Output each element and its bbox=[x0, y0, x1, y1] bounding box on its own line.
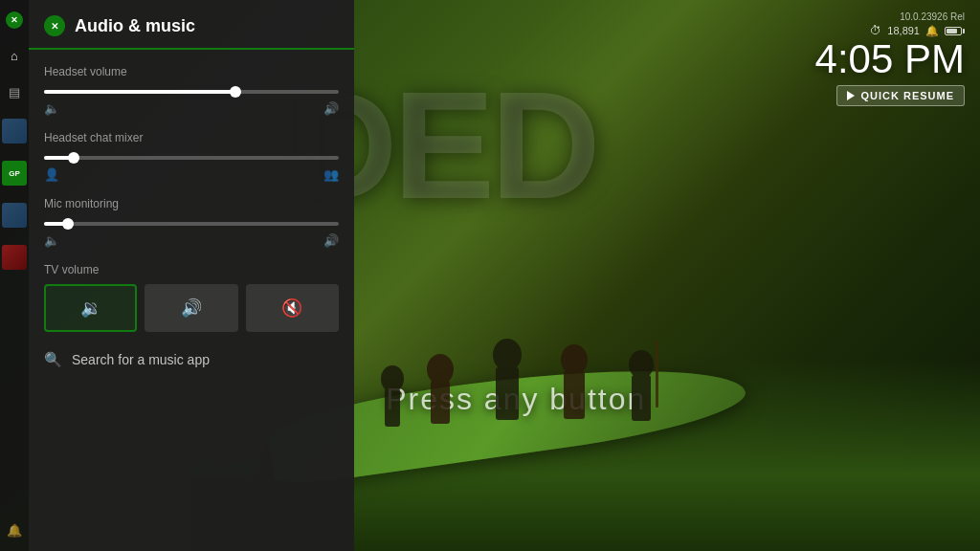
headset-chat-icons: 👤 👥 bbox=[44, 167, 339, 182]
search-music-icon: 🔍 bbox=[44, 351, 62, 368]
tv-volume-mute-icon: 🔇 bbox=[281, 298, 302, 319]
current-time: 4:05 PM bbox=[815, 39, 965, 79]
svg-rect-9 bbox=[632, 375, 651, 421]
tv-volume-buttons: 🔉 🔊 🔇 bbox=[44, 284, 339, 332]
mic-high-icon: 🔊 bbox=[323, 233, 339, 248]
hud-overlay: 10.0.23926 Rel ⏱ 18,891 🔔 4:05 PM QUICK … bbox=[815, 11, 965, 106]
notification-icon: 🔔 bbox=[925, 25, 939, 37]
headset-chat-section: Headset chat mixer bbox=[29, 123, 354, 156]
sidebar-icon-home[interactable]: ⌂ bbox=[5, 46, 24, 65]
mic-monitoring-track bbox=[44, 222, 339, 226]
tv-volume-medium-button[interactable]: 🔊 bbox=[145, 284, 237, 332]
svg-rect-10 bbox=[656, 341, 658, 408]
volume-low-icon: 🔈 bbox=[44, 101, 59, 116]
mic-low-icon: 🔈 bbox=[44, 233, 59, 248]
tv-volume-label: TV volume bbox=[44, 263, 339, 276]
headset-chat-slider[interactable]: 👤 👥 bbox=[29, 156, 354, 189]
version-text: 10.0.23926 Rel bbox=[900, 11, 965, 22]
quick-resume-button[interactable]: QUICK RESUME bbox=[815, 85, 965, 106]
headset-volume-label: Headset volume bbox=[44, 65, 339, 78]
hud-icons-row: ⏱ 18,891 🔔 bbox=[815, 24, 965, 37]
svg-point-0 bbox=[381, 365, 404, 392]
svg-point-6 bbox=[561, 344, 588, 375]
tv-volume-low-button[interactable]: 🔉 bbox=[44, 284, 137, 332]
chat-person-icon: 👤 bbox=[44, 167, 59, 182]
volume-high-icon: 🔊 bbox=[323, 101, 339, 116]
panel-title: Audio & music bbox=[75, 16, 195, 36]
headset-volume-thumb[interactable] bbox=[230, 86, 241, 98]
hud-stats-row: 10.0.23926 Rel bbox=[815, 11, 965, 22]
headset-volume-track bbox=[44, 90, 339, 94]
gamerscore-value: 18,891 bbox=[887, 25, 920, 36]
battery-icon bbox=[945, 27, 965, 35]
mic-monitoring-label: Mic monitoring bbox=[44, 197, 339, 210]
sidebar-icon-library[interactable]: ▤ bbox=[5, 82, 24, 101]
gamerscore-icon: ⏱ bbox=[870, 24, 881, 37]
search-music-label: Search for a music app bbox=[72, 352, 210, 367]
tv-volume-medium-icon: 🔊 bbox=[181, 298, 202, 319]
tv-volume-low-icon: 🔉 bbox=[80, 298, 101, 319]
svg-point-2 bbox=[427, 354, 454, 385]
svg-rect-5 bbox=[496, 367, 519, 420]
headset-chat-track bbox=[44, 156, 339, 160]
xbox-logo-icon[interactable]: ✕ bbox=[6, 11, 23, 29]
sidebar-thumb-game2[interactable] bbox=[2, 203, 27, 228]
mic-monitoring-section: Mic monitoring bbox=[29, 189, 354, 222]
mic-monitoring-icons: 🔈 🔊 bbox=[44, 233, 339, 248]
chat-group-icon: 👥 bbox=[323, 167, 339, 182]
background-figures bbox=[364, 245, 932, 436]
mic-monitoring-slider[interactable]: 🔈 🔊 bbox=[29, 222, 354, 255]
svg-rect-7 bbox=[564, 371, 585, 419]
svg-rect-3 bbox=[431, 381, 450, 424]
panel-divider bbox=[29, 48, 354, 50]
audio-panel: ✕ Audio & music Headset volume 🔈 🔊 Heads… bbox=[29, 0, 354, 551]
headset-volume-icons: 🔈 🔊 bbox=[44, 101, 339, 116]
panel-xbox-logo: ✕ bbox=[44, 15, 65, 36]
panel-header: ✕ Audio & music bbox=[29, 0, 354, 48]
mic-monitoring-thumb[interactable] bbox=[62, 218, 74, 230]
sidebar-strip: ✕ ⌂ ▤ GP 🔔 bbox=[0, 0, 29, 551]
headset-volume-slider[interactable]: 🔈 🔊 bbox=[29, 90, 354, 123]
sidebar-thumb-game3[interactable] bbox=[2, 245, 27, 270]
sidebar-thumb-gamepass[interactable]: GP bbox=[2, 161, 27, 186]
play-icon bbox=[847, 91, 855, 100]
svg-point-4 bbox=[493, 339, 522, 371]
sidebar-thumb-game1[interactable] bbox=[2, 119, 27, 143]
quick-resume-label: QUICK RESUME bbox=[860, 90, 954, 101]
notifications-icon[interactable]: 🔔 bbox=[5, 520, 24, 540]
svg-rect-1 bbox=[385, 388, 400, 427]
headset-chat-label: Headset chat mixer bbox=[44, 131, 339, 144]
headset-volume-section: Headset volume bbox=[29, 57, 354, 90]
tv-volume-mute-button[interactable]: 🔇 bbox=[246, 284, 339, 332]
tv-volume-section: TV volume 🔉 🔊 🔇 bbox=[29, 255, 354, 340]
headset-chat-thumb[interactable] bbox=[68, 152, 79, 164]
headset-volume-fill bbox=[44, 90, 235, 94]
search-music-row[interactable]: 🔍 Search for a music app bbox=[29, 340, 354, 380]
svg-point-8 bbox=[629, 350, 654, 379]
